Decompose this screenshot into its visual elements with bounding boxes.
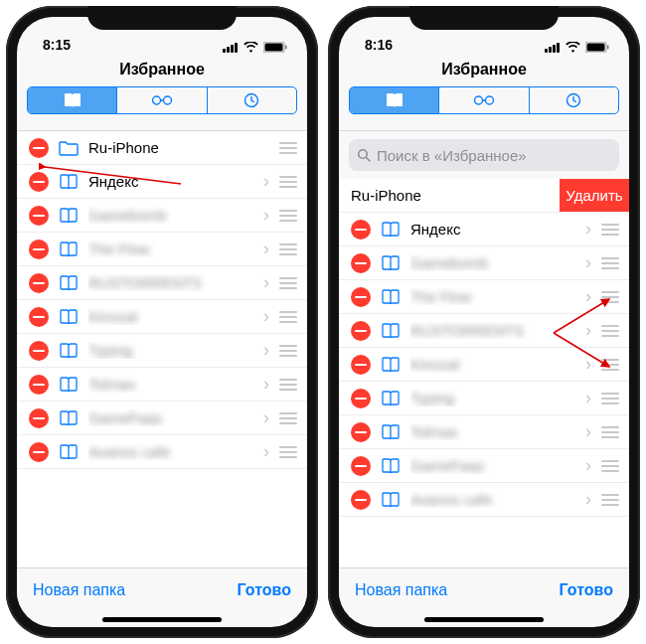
tab-bookmarks[interactable]: [28, 87, 117, 113]
delete-minus-button[interactable]: [351, 321, 371, 341]
list-item[interactable]: Ru-iPhone: [17, 131, 307, 165]
svg-rect-11: [545, 49, 548, 53]
delete-minus-button[interactable]: [351, 456, 371, 476]
tab-history[interactable]: [208, 87, 296, 113]
delete-minus-button[interactable]: [351, 220, 371, 240]
list-item[interactable]: Gamebomb›: [17, 199, 307, 233]
search-field[interactable]: Поиск в «Избранное»: [349, 139, 619, 171]
reorder-handle[interactable]: [597, 291, 619, 303]
reorder-handle[interactable]: [597, 325, 619, 337]
reorder-handle[interactable]: [597, 257, 619, 269]
list-item[interactable]: Яндекс›: [17, 165, 307, 199]
reorder-handle[interactable]: [275, 379, 297, 391]
list-item[interactable]: RUSTORRENTS›: [17, 266, 307, 300]
page-title: Избранное: [17, 61, 307, 79]
list-item-label: Gamebomb: [410, 254, 579, 271]
reorder-handle[interactable]: [275, 277, 297, 289]
delete-minus-button[interactable]: [29, 172, 49, 192]
new-folder-button[interactable]: Новая папка: [33, 581, 125, 599]
bookmark-list-right[interactable]: Ru-iPhone Удалить Яндекс›Gamebomb›The Fl…: [339, 179, 629, 567]
delete-minus-button[interactable]: [29, 273, 49, 293]
list-item[interactable]: The Flow›: [17, 233, 307, 266]
reorder-handle[interactable]: [597, 494, 619, 506]
nav-header: Избранное: [17, 55, 307, 131]
tab-reading-list[interactable]: [439, 87, 529, 113]
delete-minus-button[interactable]: [351, 389, 371, 408]
delete-minus-button[interactable]: [351, 253, 371, 273]
delete-minus-button[interactable]: [29, 341, 49, 361]
swiped-row[interactable]: Ru-iPhone Удалить: [339, 179, 629, 213]
bookmark-list-left[interactable]: Ru-iPhoneЯндекс›Gamebomb›The Flow›RUSTOR…: [17, 131, 307, 567]
reorder-handle[interactable]: [597, 393, 619, 404]
delete-minus-button[interactable]: [351, 422, 371, 442]
tab-reading-list[interactable]: [117, 87, 207, 113]
delete-minus-button[interactable]: [29, 408, 49, 428]
list-item[interactable]: Яндекс›: [339, 213, 629, 246]
book-icon: [386, 92, 404, 108]
reorder-handle[interactable]: [275, 412, 297, 424]
svg-rect-2: [231, 45, 234, 53]
list-item[interactable]: Typing›: [339, 382, 629, 415]
home-indicator[interactable]: [17, 611, 307, 627]
delete-minus-button[interactable]: [351, 490, 371, 510]
list-item[interactable]: GameFaqs›: [339, 449, 629, 483]
new-folder-button[interactable]: Новая папка: [355, 581, 447, 599]
delete-minus-button[interactable]: [29, 442, 49, 462]
reorder-handle[interactable]: [597, 460, 619, 472]
delete-minus-button[interactable]: [29, 138, 49, 158]
reorder-handle[interactable]: [597, 426, 619, 438]
battery-icon: [263, 42, 287, 53]
bottom-toolbar: Новая папка Готово: [339, 567, 629, 611]
delete-button[interactable]: Удалить: [560, 179, 629, 212]
book-icon: [381, 389, 401, 408]
list-item[interactable]: Tolmax›: [339, 415, 629, 449]
delete-minus-button[interactable]: [29, 307, 49, 327]
signal-icon: [223, 42, 239, 53]
list-item-label: Tolmax: [88, 376, 257, 393]
segmented-control[interactable]: [27, 86, 297, 114]
list-item[interactable]: Tolmax›: [17, 368, 307, 402]
reorder-handle[interactable]: [275, 142, 297, 154]
book-icon: [381, 321, 401, 341]
svg-line-22: [367, 158, 371, 162]
list-item[interactable]: Avanos cafe›: [339, 483, 629, 517]
list-item-label: Typing: [88, 342, 257, 359]
home-indicator[interactable]: [339, 611, 629, 627]
list-item[interactable]: Avanos cafe›: [17, 435, 307, 469]
book-icon: [59, 206, 79, 226]
delete-minus-button[interactable]: [351, 355, 371, 375]
list-item[interactable]: Kinozal›: [17, 300, 307, 334]
reorder-handle[interactable]: [275, 345, 297, 357]
list-item[interactable]: Gamebomb›: [339, 246, 629, 280]
list-item-label: Typing: [410, 390, 579, 406]
reorder-handle[interactable]: [597, 224, 619, 236]
svg-rect-14: [557, 43, 560, 53]
list-item[interactable]: RUSTORRENTS›: [339, 314, 629, 348]
list-item[interactable]: Typing›: [17, 334, 307, 368]
segmented-control[interactable]: [349, 86, 619, 114]
svg-point-7: [152, 96, 160, 104]
delete-minus-button[interactable]: [29, 240, 49, 259]
svg-point-19: [485, 96, 493, 104]
book-icon: [59, 442, 79, 462]
list-item[interactable]: GameFaqs›: [17, 402, 307, 435]
reorder-handle[interactable]: [275, 243, 297, 255]
delete-minus-button[interactable]: [29, 375, 49, 395]
chevron-right-icon: ›: [257, 239, 275, 259]
list-item-label: Kinozal: [410, 356, 579, 373]
done-button[interactable]: Готово: [560, 581, 613, 599]
reorder-handle[interactable]: [275, 176, 297, 188]
list-item[interactable]: The Flow›: [339, 280, 629, 314]
tab-bookmarks[interactable]: [350, 87, 439, 113]
reorder-handle[interactable]: [275, 446, 297, 458]
delete-minus-button[interactable]: [351, 287, 371, 307]
list-item-label: Tolmax: [410, 423, 579, 440]
tab-history[interactable]: [530, 87, 618, 113]
delete-minus-button[interactable]: [29, 206, 49, 226]
list-item-label: Avanos cafe: [410, 491, 579, 508]
reorder-handle[interactable]: [275, 210, 297, 222]
list-item[interactable]: Kinozal›: [339, 348, 629, 382]
reorder-handle[interactable]: [597, 359, 619, 371]
reorder-handle[interactable]: [275, 311, 297, 323]
done-button[interactable]: Готово: [238, 581, 291, 599]
